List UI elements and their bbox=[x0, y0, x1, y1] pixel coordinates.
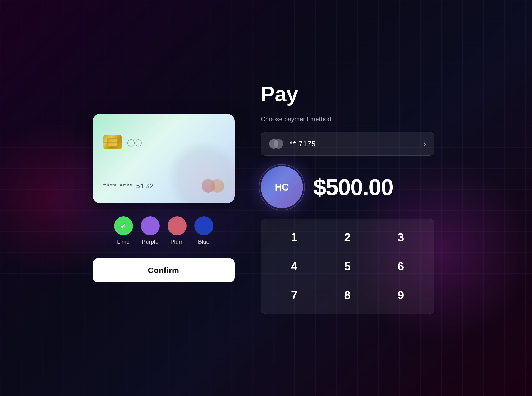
numpad-key-6[interactable]: 6 bbox=[375, 253, 426, 280]
numpad-key-9[interactable]: 9 bbox=[375, 282, 426, 308]
numpad-key-2[interactable]: 2 bbox=[322, 224, 373, 251]
numpad-key-1[interactable]: 1 bbox=[269, 224, 320, 251]
right-panel: Pay Choose payment method ** 7175 › HC $… bbox=[245, 72, 450, 324]
main-container: ◌◌ **** **** 5132 Lime Purple Plum bbox=[82, 53, 450, 343]
mastercard-icon bbox=[269, 139, 285, 149]
pay-title: Pay bbox=[261, 82, 434, 106]
swatch-circle-purple[interactable] bbox=[141, 216, 160, 235]
left-panel: ◌◌ **** **** 5132 Lime Purple Plum bbox=[82, 114, 245, 282]
confirm-button[interactable]: Confirm bbox=[93, 258, 235, 282]
card-mastercard-logo bbox=[202, 179, 224, 193]
card-chip-icon bbox=[103, 135, 122, 149]
card-chip-area: ◌◌ bbox=[103, 135, 142, 149]
mc-red-circle bbox=[202, 179, 215, 193]
chevron-right-icon: › bbox=[423, 139, 426, 148]
payment-method-label: Choose payment method bbox=[261, 115, 434, 123]
nfc-icon: ◌◌ bbox=[127, 137, 142, 148]
swatch-label-blue: Blue bbox=[198, 238, 209, 245]
payment-card-number: ** 7175 bbox=[290, 140, 316, 148]
payment-method-left: ** 7175 bbox=[269, 139, 316, 149]
card-number: **** **** 5132 bbox=[103, 182, 154, 190]
color-swatches: Lime Purple Plum Blue bbox=[114, 216, 213, 245]
mc-orange-circle bbox=[210, 179, 224, 193]
swatch-label-purple: Purple bbox=[142, 238, 159, 245]
swatch-lime[interactable]: Lime bbox=[114, 216, 133, 245]
amount-area: HC $500.00 bbox=[261, 166, 434, 208]
avatar-initials: HC bbox=[275, 182, 289, 193]
numpad-key-4[interactable]: 4 bbox=[269, 253, 320, 280]
swatch-label-lime: Lime bbox=[117, 238, 130, 245]
swatch-circle-blue[interactable] bbox=[194, 216, 213, 235]
numpad-key-3[interactable]: 3 bbox=[375, 224, 426, 251]
card-chip-inner bbox=[107, 138, 118, 146]
swatch-circle-lime[interactable] bbox=[114, 216, 133, 235]
swatch-circle-plum[interactable] bbox=[168, 216, 187, 235]
avatar: HC bbox=[261, 166, 303, 208]
numpad: 1 2 3 4 5 6 7 8 9 bbox=[261, 219, 434, 314]
swatch-blue[interactable]: Blue bbox=[194, 216, 213, 245]
swatch-plum[interactable]: Plum bbox=[168, 216, 187, 245]
numpad-key-5[interactable]: 5 bbox=[322, 253, 373, 280]
numpad-key-8[interactable]: 8 bbox=[322, 282, 373, 308]
card: ◌◌ **** **** 5132 bbox=[93, 114, 235, 203]
amount-display: $500.00 bbox=[313, 174, 393, 201]
numpad-key-7[interactable]: 7 bbox=[269, 282, 320, 308]
mc-circle-2 bbox=[274, 139, 283, 149]
payment-method-selector[interactable]: ** 7175 › bbox=[261, 132, 434, 156]
swatch-label-plum: Plum bbox=[170, 238, 183, 245]
swatch-purple[interactable]: Purple bbox=[141, 216, 160, 245]
